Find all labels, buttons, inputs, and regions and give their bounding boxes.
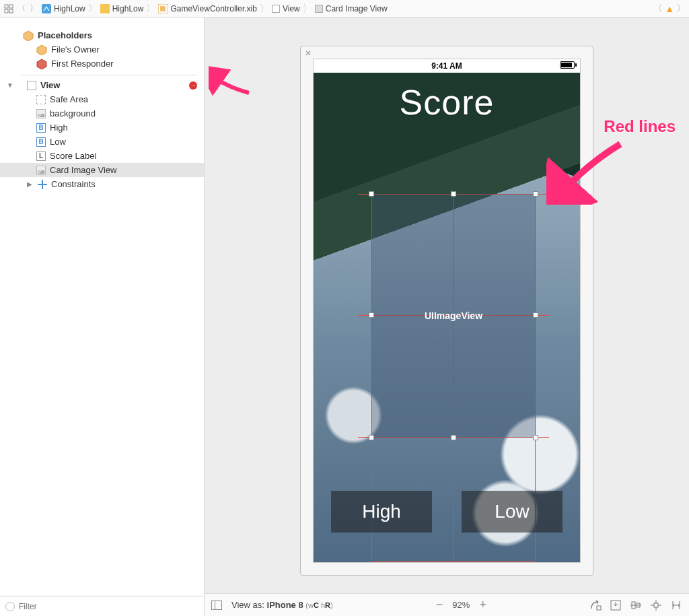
score-label-item[interactable]: L Score Label [0,149,204,163]
swift-file-icon [42,4,51,13]
align-icon[interactable] [630,599,642,611]
zoom-out-button[interactable]: − [436,598,443,612]
selection-handle[interactable] [369,191,374,197]
selection-handle[interactable] [451,191,456,197]
view-as-label: View as: [231,600,267,610]
breadcrumb-item[interactable]: HighLow [112,4,144,13]
breadcrumb-item[interactable]: View [283,4,300,13]
pin-icon[interactable] [650,599,662,611]
device-name: iPhone 8 [267,600,303,610]
tree-item-label: background [50,108,96,118]
constraint-line [371,561,536,563]
nav-forward-icon[interactable]: 〉 [30,3,38,14]
filter-scope-icon[interactable] [5,602,15,611]
interface-builder-canvas[interactable]: ✕ 9:41 AM Score [205,18,689,593]
high-button[interactable]: High [331,491,432,533]
selection-handle[interactable] [533,435,538,440]
imageview-icon [315,5,323,13]
toggle-outline-icon[interactable] [211,601,222,610]
button-label: High [362,501,401,522]
tree-item-label: Safe Area [50,94,88,104]
status-time: 9:41 AM [431,61,462,71]
svg-rect-10 [597,606,601,610]
nav-forward-icon[interactable]: 〉 [677,3,685,14]
zoom-value[interactable]: 92% [452,600,470,610]
chevron-right-icon: 〉 [300,3,315,15]
xib-file-icon [158,4,168,13]
tree-item-label: First Responder [51,59,113,69]
chevron-right-icon: 〉 [85,3,100,15]
update-frames-icon[interactable] [589,599,602,611]
view-icon [272,5,280,13]
selection-handle[interactable] [369,312,374,318]
tree-item-label: View [40,80,60,90]
breadcrumb-item[interactable]: HighLow [54,4,85,13]
low-button[interactable]: Low [462,491,563,533]
cube-icon [36,44,47,55]
breadcrumb-item[interactable]: GameViewController.xib [170,4,257,13]
selection-handle[interactable] [369,435,374,440]
battery-icon [560,61,575,69]
svg-rect-0 [5,5,8,8]
card-image-view-item[interactable]: Card Image View [0,163,204,177]
selection-handle[interactable] [533,191,538,197]
files-owner-item[interactable]: File's Owner [0,42,204,57]
disclosure-triangle-icon[interactable]: ▶ [27,180,34,188]
low-button-item[interactable]: B Low [0,135,204,149]
document-outline: Placeholders File's Owner First Responde… [0,18,205,616]
canvas-toolbar: View as: iPhone 8 (wC hR) − 92% + [205,593,689,616]
placeholders-header[interactable]: Placeholders [0,28,204,42]
embed-in-icon[interactable] [610,599,622,611]
selection-handle[interactable] [533,312,538,318]
svg-marker-7 [24,31,33,41]
close-scene-icon[interactable]: ✕ [303,48,313,58]
filter-input[interactable] [19,602,198,611]
constraints-item[interactable]: ▶ Constraints [0,177,204,191]
imageview-placeholder-label: UIImageView [371,310,536,321]
first-responder-item[interactable]: First Responder [0,57,204,71]
nav-back-icon[interactable]: 〈 [654,3,662,14]
tree-item-label: Card Image View [50,165,116,175]
error-indicator-icon[interactable]: → [189,81,197,90]
chevron-right-icon: 〉 [257,3,272,15]
zoom-in-button[interactable]: + [479,598,486,612]
safe-area-icon [36,95,46,104]
annotation-label: Red lines [604,117,676,136]
breadcrumb-item[interactable]: Card Image View [326,4,388,13]
button-icon: B [36,137,46,147]
divider [20,75,197,75]
breadcrumb-bar: 〈 〉 HighLow 〉 HighLow 〉 GameViewControll… [0,0,689,18]
tree-item-label: High [50,123,68,133]
label-icon: L [36,151,46,161]
imageview-icon [36,109,46,118]
high-button-item[interactable]: B High [0,121,204,135]
svg-marker-8 [37,45,46,55]
background-item[interactable]: background [0,106,204,121]
selection-handle[interactable] [451,435,456,440]
device-frame: ✕ 9:41 AM Score [300,46,593,576]
safe-area-item[interactable]: Safe Area [0,92,204,106]
resolve-issues-icon[interactable] [670,599,682,611]
svg-rect-6 [160,6,166,11]
card-image-view[interactable]: UIImageView [371,194,536,438]
svg-marker-9 [37,59,46,69]
svg-rect-1 [9,5,13,8]
view-row[interactable]: ▼ View → [0,78,204,92]
score-label[interactable]: Score [314,82,580,123]
tree-item-label: Low [50,137,66,147]
warning-icon[interactable]: ▲ [665,3,674,14]
svg-rect-4 [42,4,51,13]
folder-icon [100,4,110,13]
svg-rect-2 [5,9,8,13]
related-items-icon[interactable] [4,4,13,13]
disclosure-triangle-icon[interactable]: ▼ [7,81,13,89]
nav-back-icon[interactable]: 〈 [17,3,26,14]
zoom-control: − 92% + [436,598,486,612]
tree-item-label: Constraints [51,179,96,189]
device-screen[interactable]: 9:41 AM Score UIImageView [313,59,581,563]
status-bar: 9:41 AM [314,59,580,73]
filter-bar [0,596,204,616]
tree-item-label: Score Label [50,151,96,161]
view-as-control[interactable]: View as: iPhone 8 (wC hR) [231,600,333,610]
button-icon: B [36,123,46,133]
